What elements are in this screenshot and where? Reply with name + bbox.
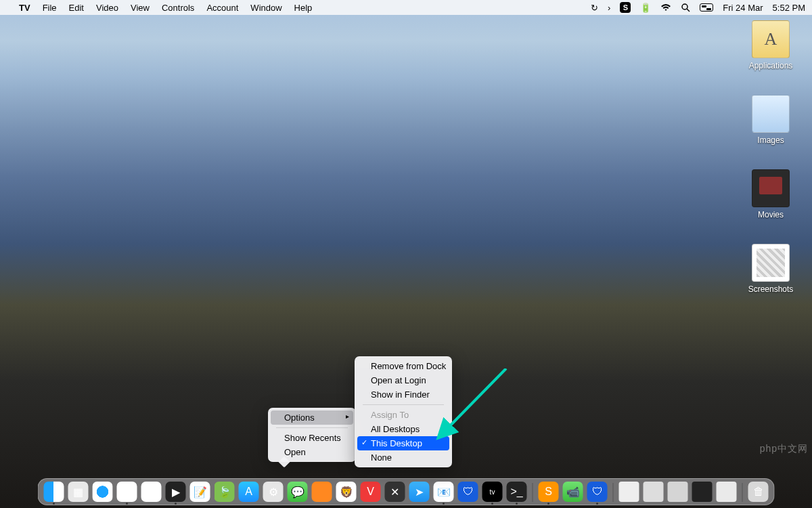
dock-bitwarden[interactable]: 🛡︎ [458, 482, 478, 502]
ctx-item-this-desktop[interactable]: This Desktop [357, 436, 449, 450]
dock-reminders[interactable]: ☰ [141, 482, 162, 502]
dock-recent-3[interactable] [668, 482, 688, 502]
dock-trash[interactable]: 🗑︎ [748, 482, 769, 502]
dock-recent-1[interactable] [619, 482, 639, 502]
dock-separator [742, 483, 743, 502]
folder-icon [752, 244, 790, 282]
ctx-item-none[interactable]: None [357, 450, 449, 465]
dock-mail[interactable]: ✉︎ [117, 482, 137, 502]
dock-context-menu: Options Show Recents Open [268, 408, 356, 462]
dock-settings[interactable]: ⚙︎ [263, 482, 284, 502]
dock-separator [533, 483, 533, 502]
dock-terminal[interactable]: >_ [507, 482, 527, 502]
menu-window[interactable]: Window [250, 3, 281, 13]
app-menu[interactable]: TV [19, 3, 30, 13]
ctx-separator [363, 404, 444, 405]
menu-controls[interactable]: Controls [162, 3, 194, 13]
menubar-date[interactable]: Fri 24 Mar [723, 3, 763, 13]
battery-icon[interactable]: 🔋 [640, 3, 651, 13]
icon-label: Applications [749, 61, 793, 70]
svg-line-1 [687, 9, 690, 12]
desktop-icon-images[interactable]: Images [752, 95, 790, 145]
dock-appletv[interactable]: tv [482, 482, 503, 502]
dock-shield[interactable]: 🛡︎ [587, 482, 608, 502]
dock: ▦✉︎☰▶📝🍃A⚙︎💬🦁V✕➤📧🛡︎tv>_S📹🛡︎🗑︎ [38, 478, 775, 505]
menu-account[interactable]: Account [206, 3, 238, 13]
dock-outlook[interactable]: 📧 [434, 482, 454, 502]
desktop-icons: Applications Images Movies Screenshots [740, 20, 801, 294]
dock-separator [613, 483, 614, 502]
desktop-icon-applications[interactable]: Applications [749, 20, 793, 70]
ctx-heading-assign-to: Assign To [357, 408, 449, 422]
menu-file[interactable]: File [43, 3, 57, 13]
dock-recent-4[interactable] [692, 482, 713, 502]
ctx-item-show-in-finder[interactable]: Show in Finder [357, 387, 449, 402]
dock-finder[interactable] [44, 482, 64, 502]
folder-icon [752, 20, 790, 58]
dock-firefox[interactable] [312, 482, 332, 502]
dock-notes[interactable]: 📝 [190, 482, 210, 502]
timemachine-icon[interactable]: ↻ [591, 3, 598, 13]
dock-rss[interactable]: 🍃 [215, 482, 235, 502]
dock-vivaldi[interactable]: V [361, 482, 381, 502]
dock-telegram[interactable]: ➤ [409, 482, 430, 502]
ctx-separator [276, 427, 348, 428]
control-center-icon[interactable] [700, 3, 713, 12]
wifi-icon[interactable] [660, 3, 671, 12]
dock-appstore[interactable]: A [239, 482, 259, 502]
spotlight-icon[interactable] [681, 3, 690, 12]
svg-point-0 [682, 4, 687, 9]
desktop-icon-movies[interactable]: Movies [752, 169, 790, 219]
desktop-icon-screenshots[interactable]: Screenshots [748, 244, 794, 294]
folder-icon [752, 169, 790, 207]
dock-facetime[interactable]: 📹 [563, 482, 583, 502]
menubar: TV File Edit Video View Controls Account… [0, 0, 812, 15]
dock-recent-5[interactable] [717, 482, 737, 502]
menu-video[interactable]: Video [96, 3, 118, 13]
menu-view[interactable]: View [131, 3, 150, 13]
dock-iina[interactable]: ▶ [166, 482, 186, 502]
ctx-item-options[interactable]: Options [271, 410, 353, 425]
ctx-item-open-at-login[interactable]: Open at Login [357, 373, 449, 387]
dock-messages[interactable]: 💬 [288, 482, 308, 502]
folder-icon [752, 95, 790, 133]
icon-label: Screenshots [748, 284, 794, 294]
icon-label: Movies [758, 210, 784, 219]
menu-help[interactable]: Help [294, 3, 313, 13]
dock-options-submenu: Remove from Dock Open at Login Show in F… [355, 356, 452, 467]
menu-edit[interactable]: Edit [69, 3, 84, 13]
watermark: php中文网 [760, 443, 808, 455]
icon-label: Images [757, 135, 784, 145]
menubar-time[interactable]: 5:52 PM [773, 3, 805, 13]
dock-safari[interactable] [93, 482, 113, 502]
dock-sublime[interactable]: S [539, 482, 559, 502]
app-s-icon[interactable]: S [620, 2, 631, 13]
dock-brave[interactable]: 🦁 [336, 482, 357, 502]
overflow-icon[interactable]: › [608, 3, 610, 13]
ctx-item-remove-from-dock[interactable]: Remove from Dock [357, 359, 449, 373]
dock-launchpad[interactable]: ▦ [68, 482, 89, 502]
ctx-item-all-desktops[interactable]: All Desktops [357, 422, 449, 436]
ctx-item-show-recents[interactable]: Show Recents [271, 431, 353, 445]
dock-tools[interactable]: ✕ [385, 482, 405, 502]
dock-recent-2[interactable] [644, 482, 664, 502]
